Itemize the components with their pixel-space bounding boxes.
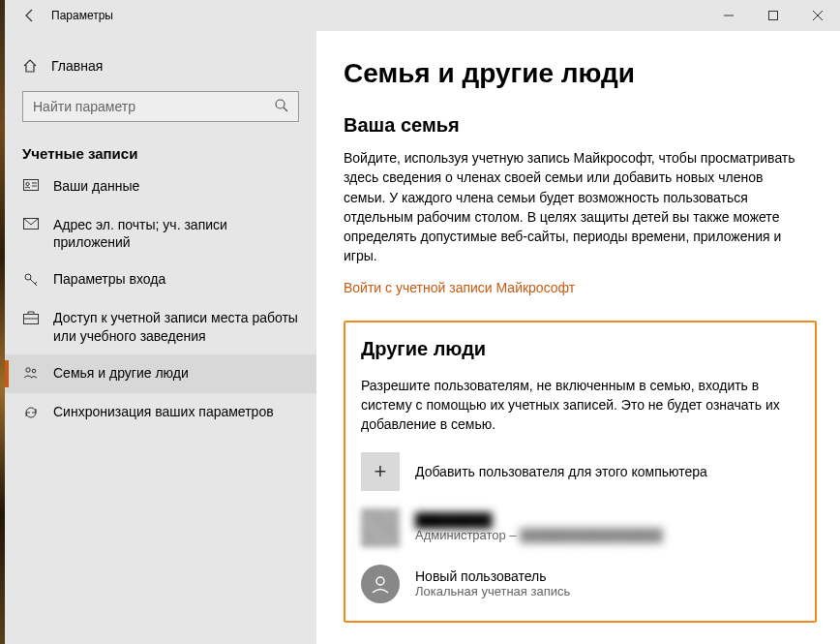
home-icon (22, 58, 38, 74)
section-title: Учетные записи (22, 145, 316, 162)
nav-label: Семья и другие люди (53, 364, 299, 382)
window-title: Параметры (51, 9, 113, 22)
svg-point-13 (32, 369, 36, 373)
briefcase-icon (22, 311, 40, 324)
window-controls (706, 0, 840, 31)
svg-point-5 (26, 182, 29, 185)
plus-icon: + (361, 452, 400, 491)
minimize-button[interactable] (706, 0, 751, 31)
nav-item-family[interactable]: Семья и другие люди (5, 354, 316, 393)
back-button[interactable] (16, 2, 44, 29)
others-heading: Другие люди (361, 338, 799, 360)
people-icon (22, 366, 40, 380)
nav-label: Доступ к учетной записи места работы или… (53, 309, 299, 344)
user-name: Новый пользователь (415, 568, 570, 584)
search-icon (274, 98, 289, 113)
nav-item-your-info[interactable]: Ваши данные (5, 168, 316, 206)
user-sub: Администратор – ████████████████ (415, 528, 663, 542)
scrollbar[interactable] (825, 31, 840, 644)
sync-icon (22, 405, 40, 420)
key-icon (22, 272, 40, 288)
svg-point-12 (26, 368, 30, 372)
user-row-local[interactable]: Новый пользователь Локальная учетная зап… (361, 565, 799, 603)
nav-item-email-accounts[interactable]: Адрес эл. почты; уч. записи приложений (5, 206, 316, 261)
nav-item-signin-options[interactable]: Параметры входа (5, 261, 316, 299)
svg-point-14 (376, 577, 384, 585)
others-body: Разрешите пользователям, не включенным в… (361, 376, 799, 435)
family-body: Войдите, используя учетную запись Майкро… (344, 148, 808, 266)
page-title: Семья и другие люди (344, 58, 817, 89)
maximize-button[interactable] (751, 0, 795, 31)
content-pane: Семья и другие люди Ваша семья Войдите, … (316, 31, 840, 644)
search-input[interactable] (22, 91, 299, 122)
nav-label: Параметры входа (53, 270, 299, 288)
others-section: Другие люди Разрешите пользователям, не … (344, 321, 817, 623)
nav-list: Ваши данные Адрес эл. почты; уч. записи … (5, 168, 316, 432)
svg-line-3 (284, 107, 287, 111)
avatar-icon (361, 565, 400, 603)
sidebar: Главная Учетные записи Ваши данные Адрес… (5, 31, 316, 644)
nav-item-work-access[interactable]: Доступ к учетной записи места работы или… (5, 299, 316, 353)
nav-label: Синхронизация ваших параметров (53, 403, 299, 420)
avatar-blurred (361, 508, 400, 547)
user-row-admin[interactable]: ████████ Администратор – ███████████████… (361, 508, 799, 547)
titlebar: Параметры (5, 0, 840, 31)
person-card-icon (22, 179, 40, 193)
close-button[interactable] (795, 0, 840, 31)
nav-label: Адрес эл. почты; уч. записи приложений (53, 216, 299, 251)
mail-icon (22, 218, 40, 230)
add-user-row[interactable]: + Добавить пользователя для этого компью… (361, 452, 799, 491)
home-label: Главная (51, 58, 103, 74)
home-nav[interactable]: Главная (5, 48, 316, 83)
nav-item-sync[interactable]: Синхронизация ваших параметров (5, 393, 316, 432)
settings-window: Параметры Главная Учетные записи (5, 0, 840, 644)
nav-label: Ваши данные (53, 177, 299, 195)
user-sub: Локальная учетная запись (415, 584, 570, 598)
signin-link[interactable]: Войти с учетной записи Майкрософт (344, 280, 575, 295)
svg-rect-1 (769, 12, 778, 20)
family-heading: Ваша семья (344, 114, 817, 137)
desktop-wallpaper-strip (0, 0, 5, 644)
user-name-blurred: ████████ (415, 512, 663, 528)
add-user-label: Добавить пользователя для этого компьюте… (415, 464, 707, 479)
svg-point-2 (276, 100, 285, 108)
